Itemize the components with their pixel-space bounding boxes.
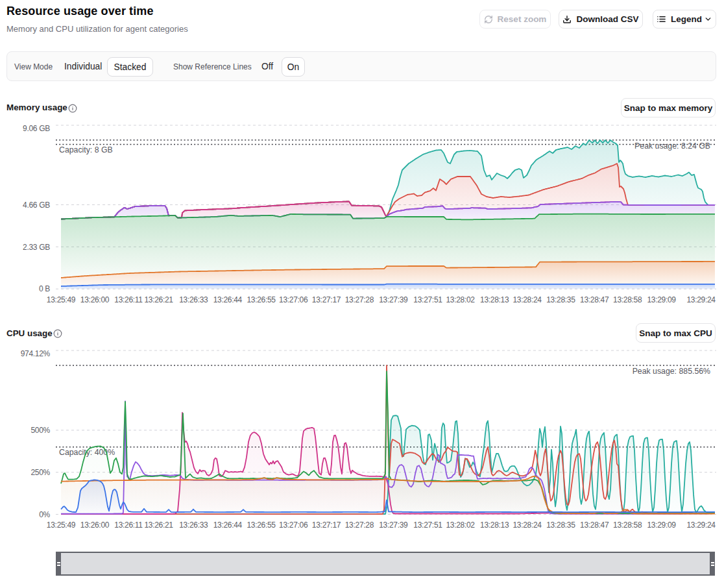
svg-text:13:28:02: 13:28:02: [446, 295, 475, 304]
svg-text:13:28:58: 13:28:58: [613, 521, 642, 530]
svg-text:13:26:33: 13:26:33: [179, 521, 208, 530]
svg-text:13:26:11: 13:26:11: [114, 521, 143, 530]
svg-text:13:26:00: 13:26:00: [80, 521, 110, 530]
svg-text:13:27:06: 13:27:06: [279, 295, 308, 304]
svg-text:13:27:17: 13:27:17: [312, 521, 341, 530]
svg-text:13:26:44: 13:26:44: [213, 295, 243, 304]
svg-text:500%: 500%: [31, 426, 51, 435]
svg-text:Peak usage: 8.24 GB: Peak usage: 8.24 GB: [634, 141, 710, 151]
svg-text:13:26:33: 13:26:33: [179, 295, 208, 304]
svg-text:13:27:28: 13:27:28: [345, 521, 374, 530]
svg-text:13:28:35: 13:28:35: [546, 295, 575, 304]
svg-text:13:28:13: 13:28:13: [480, 295, 509, 304]
svg-text:13:28:58: 13:28:58: [613, 295, 642, 304]
svg-text:13:27:28: 13:27:28: [345, 295, 374, 304]
svg-text:13:25:49: 13:25:49: [47, 295, 76, 304]
svg-text:13:28:35: 13:28:35: [546, 521, 575, 530]
svg-text:974.12%: 974.12%: [21, 349, 51, 358]
svg-text:13:27:17: 13:27:17: [312, 295, 341, 304]
svg-text:13:27:51: 13:27:51: [413, 295, 442, 304]
svg-text:Peak usage: 885.56%: Peak usage: 885.56%: [633, 367, 710, 376]
svg-text:250%: 250%: [31, 468, 51, 477]
svg-text:13:28:13: 13:28:13: [480, 521, 509, 530]
svg-text:13:26:11: 13:26:11: [114, 295, 143, 304]
svg-text:13:28:24: 13:28:24: [513, 521, 542, 530]
svg-text:4.66 GB: 4.66 GB: [23, 201, 50, 210]
svg-text:0%: 0%: [39, 510, 50, 519]
svg-text:13:29:24: 13:29:24: [686, 521, 716, 530]
svg-text:13:26:44: 13:26:44: [213, 521, 243, 530]
svg-text:13:25:49: 13:25:49: [47, 521, 76, 530]
svg-text:0 B: 0 B: [39, 284, 50, 293]
svg-text:2.33 GB: 2.33 GB: [23, 243, 50, 252]
svg-text:13:26:21: 13:26:21: [144, 295, 173, 304]
svg-text:Capacity: 8 GB: Capacity: 8 GB: [59, 145, 113, 154]
svg-text:13:28:24: 13:28:24: [513, 295, 542, 304]
svg-text:13:28:02: 13:28:02: [446, 521, 475, 530]
svg-text:13:28:47: 13:28:47: [580, 295, 609, 304]
svg-text:13:29:24: 13:29:24: [686, 295, 716, 304]
svg-text:13:27:39: 13:27:39: [379, 521, 408, 530]
svg-text:13:29:09: 13:29:09: [647, 295, 676, 304]
svg-text:13:29:09: 13:29:09: [647, 521, 676, 530]
svg-text:13:26:21: 13:26:21: [144, 521, 173, 530]
svg-text:13:27:06: 13:27:06: [279, 521, 308, 530]
svg-text:13:27:39: 13:27:39: [379, 295, 408, 304]
svg-text:13:28:47: 13:28:47: [580, 521, 609, 530]
svg-text:9.06 GB: 9.06 GB: [23, 124, 50, 133]
svg-text:13:26:00: 13:26:00: [80, 295, 110, 304]
svg-text:13:26:55: 13:26:55: [247, 521, 276, 530]
svg-text:13:26:55: 13:26:55: [247, 295, 276, 304]
svg-text:13:27:51: 13:27:51: [413, 521, 442, 530]
